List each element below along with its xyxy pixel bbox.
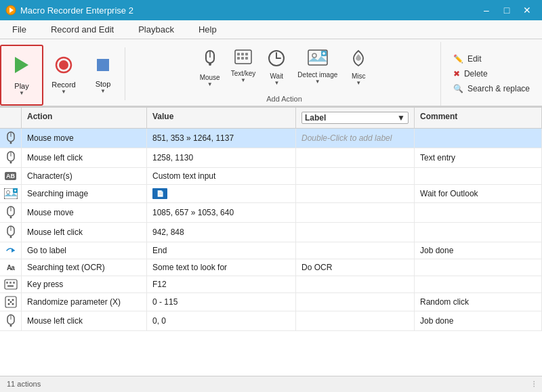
title-text: Macro Recorder Enterprise 2	[20, 5, 133, 16]
detect-image-button[interactable]: Detect image ▼	[293, 46, 342, 91]
maximize-button[interactable]: □	[497, 1, 516, 20]
row-comment: Wait for Outlook	[415, 185, 542, 202]
table-row[interactable]: Go to label End Job done	[0, 242, 542, 259]
table-row[interactable]: Key press F12	[0, 276, 542, 293]
row-label: Double-Click to add label	[296, 129, 415, 148]
play-arrow: ▼	[19, 90, 24, 96]
row-label	[296, 276, 415, 292]
row-label	[296, 242, 415, 259]
wait-label: Wait	[270, 72, 284, 80]
svg-point-27	[9, 142, 12, 144]
svg-point-4	[59, 60, 68, 70]
svg-point-51	[12, 299, 14, 301]
row-icon	[0, 276, 22, 292]
textkey-label: Text/key	[231, 70, 256, 77]
table-row[interactable]: Mouse left click 942, 848	[0, 223, 542, 242]
row-value: Custom text input	[147, 168, 296, 184]
table-row[interactable]: Aa Searching text (OCR) Some text to loo…	[0, 259, 542, 276]
svg-rect-47	[13, 282, 15, 284]
row-action: Mouse left click	[22, 148, 147, 167]
th-comment: Comment	[415, 108, 542, 128]
row-value: 1258, 1130	[147, 148, 296, 167]
table-row[interactable]: Randomize parameter (X) 0 - 115 Random c…	[0, 293, 542, 311]
search-replace-button[interactable]: 🔍 Search & replace	[449, 83, 534, 95]
row-comment: Job done	[415, 311, 542, 330]
stop-button[interactable]: Stop ▼	[84, 45, 122, 106]
row-comment: Text entry	[415, 148, 542, 167]
detect-image-icon	[308, 49, 328, 70]
app-icon	[5, 5, 16, 16]
th-label: Label ▼	[296, 108, 415, 128]
th-action: Action	[22, 108, 147, 128]
svg-marker-2	[15, 57, 28, 73]
search-icon: 🔍	[453, 84, 463, 93]
svg-point-20	[312, 53, 316, 58]
row-comment	[415, 203, 542, 222]
table-row[interactable]: Searching image 📄 Wait for Outlook	[0, 185, 542, 203]
th-icon	[0, 108, 22, 128]
mouse-button[interactable]: Mouse ▼	[194, 46, 226, 91]
row-label	[296, 148, 415, 167]
resize-grip: ⁝	[533, 378, 535, 389]
row-label	[296, 185, 415, 202]
ribbon: Play ▼ Record ▼ Stop ▼	[0, 39, 542, 107]
menu-help[interactable]: Help	[186, 20, 229, 39]
menu-record-edit[interactable]: Record and Edit	[39, 20, 126, 39]
stop-arrow: ▼	[100, 88, 106, 94]
add-action-section: Mouse ▼ Text/key ▼	[128, 42, 440, 106]
table-row[interactable]: Mouse left click 1258, 1130 Text entry	[0, 148, 542, 168]
mouse-label: Mouse	[200, 74, 220, 81]
record-icon	[54, 56, 73, 79]
table-row[interactable]: Mouse move 1085, 657 » 1053, 640	[0, 203, 542, 223]
row-label: Do OCR	[296, 259, 415, 276]
table-row[interactable]: AB Character(s) Custom text input	[0, 168, 542, 185]
misc-arrow: ▼	[356, 80, 361, 86]
action-count: 11 actions	[7, 380, 41, 388]
row-label	[296, 203, 415, 222]
row-comment	[415, 259, 542, 276]
close-button[interactable]: ✕	[518, 1, 537, 20]
row-value: 942, 848	[147, 223, 296, 242]
row-comment: Random click	[415, 293, 542, 311]
row-value: End	[147, 242, 296, 259]
table-row[interactable]: Mouse left click 0, 0 Job done	[0, 311, 542, 331]
row-label	[296, 293, 415, 311]
detect-arrow: ▼	[315, 79, 320, 85]
play-icon	[11, 54, 33, 81]
record-button[interactable]: Record ▼	[43, 45, 84, 106]
misc-button[interactable]: Misc ▼	[342, 46, 375, 91]
textkey-button[interactable]: Text/key ▼	[226, 46, 261, 91]
row-action: Mouse move	[22, 203, 147, 222]
row-action: Searching image	[22, 185, 147, 202]
menu-playback[interactable]: Playback	[126, 20, 186, 39]
action-table: Action Value Label ▼ Comment Mouse move …	[0, 107, 542, 376]
row-action: Key press	[22, 276, 147, 292]
play-button[interactable]: Play ▼	[0, 45, 43, 106]
delete-button[interactable]: ✖ Delete	[449, 68, 534, 80]
label-value: Do OCR	[301, 263, 332, 272]
row-action: Mouse left click	[22, 223, 147, 242]
label-placeholder: Double-Click to add label	[301, 133, 392, 143]
menu-file[interactable]: File	[0, 20, 39, 39]
svg-point-57	[9, 325, 12, 327]
edit-button[interactable]: ✏️ Edit	[449, 53, 534, 65]
row-label	[296, 168, 415, 184]
wait-button[interactable]: Wait ▼	[260, 46, 293, 91]
table-header: Action Value Label ▼ Comment	[0, 108, 542, 129]
delete-icon: ✖	[453, 69, 460, 79]
row-icon	[0, 311, 22, 330]
edit-icon: ✏️	[453, 54, 463, 64]
row-icon	[0, 242, 22, 259]
stop-label: Stop	[96, 80, 111, 88]
label-dropdown[interactable]: Label ▼	[301, 112, 409, 124]
delete-label: Delete	[464, 69, 488, 79]
row-label	[296, 223, 415, 242]
row-value: 851, 353 » 1264, 1137	[147, 129, 296, 148]
table-row[interactable]: Mouse move 851, 353 » 1264, 1137 Double-…	[0, 129, 542, 148]
mouse-icon	[202, 49, 218, 72]
svg-point-52	[9, 301, 12, 303]
svg-marker-33	[4, 193, 18, 196]
svg-point-54	[12, 303, 14, 305]
svg-point-50	[7, 299, 9, 301]
minimize-button[interactable]: –	[477, 1, 496, 20]
